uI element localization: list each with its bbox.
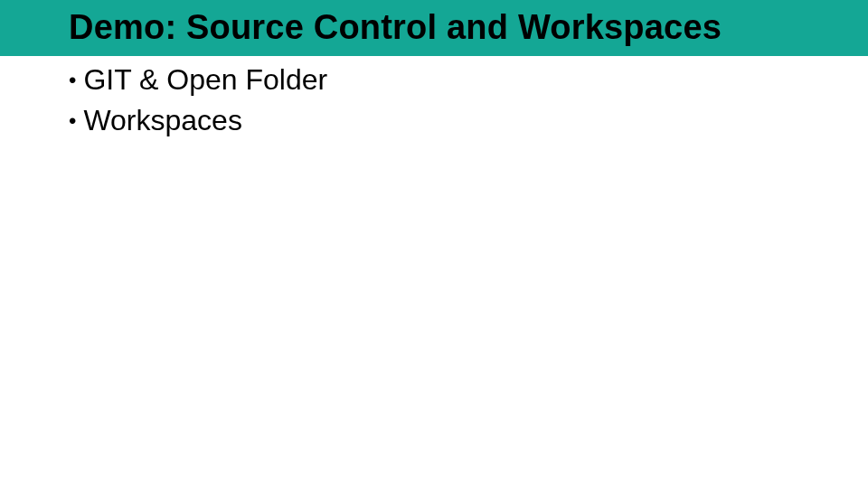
bullet-list: • GIT & Open Folder • Workspaces — [69, 61, 327, 143]
bullet-text: GIT & Open Folder — [83, 61, 327, 99]
list-item: • Workspaces — [69, 102, 327, 139]
bullet-text: Workspaces — [83, 102, 241, 139]
bullet-icon: • — [69, 108, 76, 136]
slide-title: Demo: Source Control and Workspaces — [69, 8, 722, 47]
bullet-icon: • — [69, 67, 76, 95]
slide: Demo: Source Control and Workspaces • GI… — [0, 0, 868, 488]
list-item: • GIT & Open Folder — [69, 61, 327, 99]
